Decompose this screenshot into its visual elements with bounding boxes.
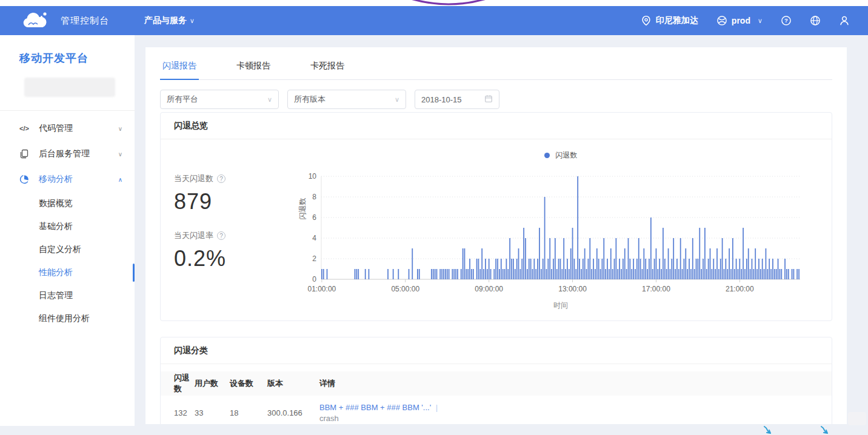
sidebar-subitem-performance-analysis[interactable]: 性能分析 xyxy=(0,261,135,284)
sidebar-item-mobile-analytics[interactable]: 移动分析 ∧ xyxy=(0,167,135,192)
globe-icon xyxy=(810,15,821,26)
chevron-down-icon: ∨ xyxy=(190,17,195,25)
env-selector[interactable]: prod ∨ xyxy=(716,15,763,26)
active-indicator-bar xyxy=(133,264,135,282)
chevron-down-icon: ∨ xyxy=(267,96,272,104)
filter-bar: 所有平台 ∨ 所有版本 ∨ 2018-10-15 xyxy=(160,90,832,109)
crash-detail-link[interactable]: BBM + ### BBM + ### BBM '...' xyxy=(319,403,431,412)
sidebar-subitem-label: 日志管理 xyxy=(39,290,73,301)
svg-text:17:00:00: 17:00:00 xyxy=(642,285,670,293)
sidebar-divider xyxy=(0,110,135,111)
col-header-version: 版本 xyxy=(267,378,319,389)
region-label: 印尼雅加达 xyxy=(656,15,698,26)
col-header-crashes: 闪退数 xyxy=(161,373,195,394)
sidebar-subitem-label: 性能分析 xyxy=(39,267,73,278)
help-circle-icon: ? xyxy=(781,15,792,26)
svg-text:8: 8 xyxy=(312,193,316,201)
chevron-down-icon: ∨ xyxy=(118,125,122,132)
sidebar-subitem-basic-analysis[interactable]: 基础分析 xyxy=(0,215,135,238)
col-header-users: 用户数 xyxy=(195,378,230,389)
legend-dot-icon xyxy=(544,153,550,158)
chevron-down-icon: ∨ xyxy=(118,151,122,158)
crash-category-card: 闪退分类 闪退数 用户数 设备数 版本 详情 132 33 18 300.0.1… xyxy=(160,337,832,424)
tab-freeze-report[interactable]: 卡死报告 xyxy=(308,56,347,79)
sidebar-subitem-custom-analysis[interactable]: 自定义分析 xyxy=(0,238,135,261)
products-services-menu[interactable]: 产品与服务 ∨ xyxy=(144,15,195,26)
page-background: 管理控制台 产品与服务 ∨ 印尼雅加达 prod ∨ ? xyxy=(0,0,868,435)
svg-text:05:00:00: 05:00:00 xyxy=(391,285,419,293)
sidebar-item-label: 移动分析 xyxy=(39,174,118,185)
sidebar-subitem-data-overview[interactable]: 数据概览 xyxy=(0,192,135,215)
col-header-devices: 设备数 xyxy=(230,378,267,389)
region-selector[interactable]: 印尼雅加达 xyxy=(641,15,698,26)
sidebar-subitem-label: 自定义分析 xyxy=(39,244,81,255)
cloud-logo[interactable] xyxy=(21,11,50,30)
crash-chart: 闪退数 闪退数 024681001:00:0005:00:0009:00:001… xyxy=(294,143,827,313)
annotation-mark-right xyxy=(820,425,833,435)
tab-crash-report[interactable]: 闪退报告 xyxy=(160,56,199,80)
chart-canvas[interactable]: 024681001:00:0005:00:0009:00:0013:00:001… xyxy=(294,170,815,313)
tab-lag-report[interactable]: 卡顿报告 xyxy=(234,56,273,79)
sidebar-subitem-log-management[interactable]: 日志管理 xyxy=(0,284,135,307)
svg-text:0: 0 xyxy=(312,275,316,284)
sidebar-subitem-label: 基础分析 xyxy=(39,221,73,232)
svg-text:?: ? xyxy=(784,17,788,24)
svg-text:01:00:00: 01:00:00 xyxy=(308,285,336,293)
products-services-label: 产品与服务 xyxy=(144,15,187,26)
overview-stats: 当天闪退数 ? 879 当天闪退率 ? 0.2% xyxy=(174,173,289,287)
date-picker[interactable]: 2018-10-15 xyxy=(415,90,499,109)
chevron-down-icon: ∨ xyxy=(395,96,399,104)
legend-label: 闪退数 xyxy=(555,151,577,159)
docs-icon xyxy=(18,148,30,159)
pie-chart-icon xyxy=(18,174,30,185)
platform-select[interactable]: 所有平台 ∨ xyxy=(160,90,279,109)
help-circle-icon[interactable]: ? xyxy=(217,231,225,240)
table-card-title: 闪退分类 xyxy=(161,337,832,364)
date-value: 2018-10-15 xyxy=(421,95,484,104)
page-top-margin xyxy=(0,0,868,6)
svg-text:10: 10 xyxy=(309,172,317,181)
stat-label-daily-crashes: 当天闪退数 ? xyxy=(174,173,289,184)
version-select-value: 所有版本 xyxy=(294,94,395,105)
sidebar-item-backend-services[interactable]: 后台服务管理 ∨ xyxy=(0,141,135,167)
console-title: 管理控制台 xyxy=(61,15,109,27)
chart-legend[interactable]: 闪退数 xyxy=(294,150,827,161)
user-icon xyxy=(839,15,850,26)
stat-value-daily-crashes: 879 xyxy=(174,189,289,214)
language-button[interactable] xyxy=(810,15,821,26)
crash-overview-card: 闪退总览 当天闪退数 ? 879 当天闪退率 ? 0.2% 闪退数 闪退数 xyxy=(160,112,832,321)
main-content: 闪退报告 卡顿报告 卡死报告 所有平台 ∨ 所有版本 ∨ 2018-10-15 … xyxy=(145,47,847,424)
help-circle-icon[interactable]: ? xyxy=(217,174,225,183)
version-select[interactable]: 所有版本 ∨ xyxy=(287,90,406,109)
overview-card-title: 闪退总览 xyxy=(161,113,832,139)
svg-text:21:00:00: 21:00:00 xyxy=(726,285,754,293)
redacted-app-name xyxy=(24,78,115,97)
sidebar-item-label: 代码管理 xyxy=(39,123,118,134)
table-header-row: 闪退数 用户数 设备数 版本 详情 xyxy=(161,371,832,396)
table-row: 132 33 18 300.0.166 BBM + ### BBM + ### … xyxy=(161,396,832,424)
sidebar: 移动开发平台 </> 代码管理 ∨ 后台服务管理 ∨ 移动分析 ∧ xyxy=(0,35,135,426)
user-account-button[interactable] xyxy=(839,15,850,26)
help-button[interactable]: ? xyxy=(781,15,792,26)
sidebar-subitem-label: 组件使用分析 xyxy=(39,313,90,324)
calendar-icon xyxy=(484,95,493,105)
topbar: 管理控制台 产品与服务 ∨ 印尼雅加达 prod ∨ ? xyxy=(0,6,868,35)
chevron-up-icon: ∧ xyxy=(118,176,122,183)
cell-users: 33 xyxy=(195,408,230,417)
chevron-down-icon: ∨ xyxy=(758,17,763,25)
sidebar-subitem-component-usage[interactable]: 组件使用分析 xyxy=(0,307,135,330)
location-pin-icon xyxy=(641,15,652,26)
sidebar-item-label: 后台服务管理 xyxy=(39,148,118,159)
report-tabs: 闪退报告 卡顿报告 卡死报告 xyxy=(160,47,832,80)
svg-text:6: 6 xyxy=(312,213,316,222)
code-icon: </> xyxy=(18,123,30,134)
cell-devices: 18 xyxy=(230,408,267,417)
sidebar-item-code-management[interactable]: </> 代码管理 ∨ xyxy=(0,116,135,141)
col-header-details: 详情 xyxy=(319,378,832,389)
stat-label-crash-rate: 当天闪退率 ? xyxy=(174,230,289,241)
sidebar-menu: </> 代码管理 ∨ 后台服务管理 ∨ 移动分析 ∧ 数据概览 基础分析 自定义… xyxy=(0,116,135,330)
floating-widget-cut xyxy=(848,412,866,425)
svg-text:09:00:00: 09:00:00 xyxy=(475,285,503,293)
sidebar-title: 移动开发平台 xyxy=(19,51,135,65)
svg-text:2: 2 xyxy=(312,254,316,263)
